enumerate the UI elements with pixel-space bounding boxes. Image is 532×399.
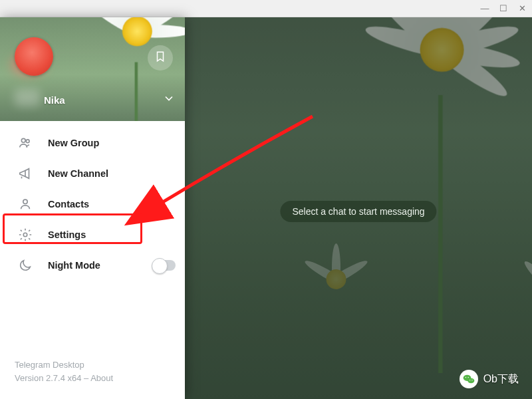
menu-item-night-mode[interactable]: Night Mode xyxy=(0,250,185,281)
svg-point-5 xyxy=(467,378,474,384)
empty-chat-placeholder: Select a chat to start messaging xyxy=(280,201,436,222)
drawer-footer: Telegram Desktop Version 2.7.4 x64 – Abo… xyxy=(0,350,185,399)
svg-point-7 xyxy=(467,377,469,378)
menu-item-label: New Group xyxy=(48,138,99,148)
window-close-button[interactable]: ✕ xyxy=(517,4,527,13)
bookmark-icon xyxy=(154,51,166,65)
menu-item-label: Contacts xyxy=(48,199,89,209)
window-minimize-button[interactable]: — xyxy=(480,4,489,13)
app-name-label: Telegram Desktop xyxy=(15,358,170,372)
svg-point-8 xyxy=(469,380,470,380)
person-icon xyxy=(16,197,35,211)
night-mode-toggle[interactable] xyxy=(153,260,176,271)
svg-point-9 xyxy=(471,380,472,380)
chat-area: Select a chat to start messaging xyxy=(185,17,532,399)
gear-icon xyxy=(16,227,35,242)
menu-item-label: Settings xyxy=(48,229,86,240)
chevron-down-icon xyxy=(162,96,176,107)
menu-item-label: Night Mode xyxy=(48,260,100,271)
watermark-text: Ob下载 xyxy=(483,372,519,386)
svg-point-0 xyxy=(21,138,25,142)
group-icon xyxy=(16,136,35,150)
wechat-icon xyxy=(460,370,478,388)
menu-item-label: New Channel xyxy=(48,168,108,179)
megaphone-icon xyxy=(16,166,35,181)
moon-icon xyxy=(16,258,35,273)
menu-item-settings[interactable]: Settings xyxy=(0,219,185,250)
menu-item-new-channel[interactable]: New Channel xyxy=(0,158,185,189)
saved-messages-button[interactable] xyxy=(148,45,173,70)
profile-name: Nika xyxy=(44,94,65,106)
window-titlebar: — ☐ ✕ xyxy=(0,0,532,17)
menu-item-contacts[interactable]: Contacts xyxy=(0,189,185,219)
menu-item-new-group[interactable]: New Group xyxy=(0,128,185,158)
watermark: Ob下载 xyxy=(460,370,519,388)
svg-point-3 xyxy=(23,233,27,237)
svg-point-1 xyxy=(26,140,29,143)
avatar[interactable] xyxy=(15,37,53,76)
version-about-link[interactable]: Version 2.7.4 x64 – About xyxy=(15,372,170,385)
main-menu-drawer: Nika New Group New Channel xyxy=(0,17,185,399)
svg-point-2 xyxy=(23,200,27,203)
drawer-header: Nika xyxy=(0,17,185,121)
svg-point-6 xyxy=(465,377,466,378)
menu-list: New Group New Channel Contacts Settings xyxy=(0,121,185,287)
accounts-expand-button[interactable] xyxy=(162,92,176,108)
window-maximize-button[interactable]: ☐ xyxy=(499,4,508,13)
